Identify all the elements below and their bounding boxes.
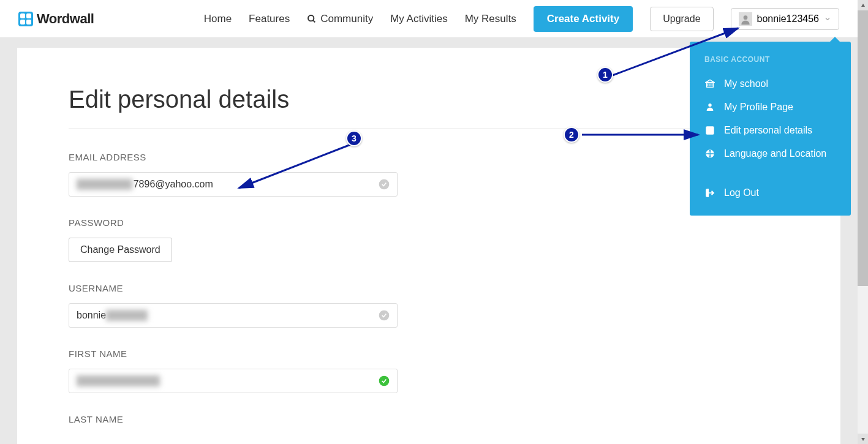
dropdown-language[interactable]: Language and Location	[690, 142, 851, 165]
create-activity-button[interactable]: Create Activity	[534, 6, 633, 32]
username-visible-part: bonnie	[77, 310, 106, 321]
lastname-label: LAST NAME	[69, 414, 789, 424]
username-hidden-part: ██████	[106, 310, 148, 321]
search-icon	[307, 14, 317, 24]
email-visible-part: 7896@yahoo.com	[134, 179, 213, 190]
username-group: USERNAME bonnie ██████	[69, 283, 789, 328]
password-label: PASSWORD	[69, 217, 789, 228]
edit-icon	[704, 125, 715, 136]
dropdown-logout[interactable]: Log Out	[690, 181, 851, 205]
logo-text: Wordwall	[37, 11, 94, 27]
password-group: PASSWORD Change Password	[69, 217, 789, 262]
dropdown-label: Log Out	[724, 187, 759, 198]
logo[interactable]: Wordwall	[18, 11, 94, 27]
email-group: EMAIL ADDRESS ████████ 7896@yahoo.com	[69, 152, 789, 197]
avatar-icon	[739, 12, 752, 26]
firstname-input-wrapper: ████████████	[69, 369, 398, 393]
logout-icon	[704, 187, 715, 198]
svg-point-0	[308, 15, 314, 21]
nav-results[interactable]: My Results	[465, 13, 516, 25]
email-label: EMAIL ADDRESS	[69, 152, 789, 162]
username-input-wrapper: bonnie ██████	[69, 303, 398, 328]
chevron-down-icon	[824, 15, 831, 23]
lastname-group: LAST NAME	[69, 414, 789, 424]
svg-point-7	[379, 310, 390, 321]
logo-icon	[18, 12, 33, 26]
main-nav: Home Features Community My Activities My…	[204, 6, 839, 32]
main-header: Wordwall Home Features Community My Acti…	[0, 0, 858, 38]
svg-point-3	[708, 103, 711, 107]
nav-features[interactable]: Features	[249, 13, 290, 25]
dropdown-divider	[690, 165, 851, 181]
firstname-group: FIRST NAME ████████████	[69, 348, 789, 393]
dropdown-section-label: BASIC ACCOUNT	[690, 55, 851, 72]
globe-icon	[704, 148, 715, 159]
dropdown-label: My Profile Page	[724, 102, 793, 113]
firstname-label: FIRST NAME	[69, 348, 789, 359]
check-circle-icon	[378, 178, 390, 190]
svg-point-6	[379, 179, 390, 190]
dropdown-label: Language and Location	[724, 148, 826, 159]
user-dropdown: BASIC ACCOUNT My school My Profile Page …	[690, 42, 851, 216]
person-icon	[704, 102, 715, 113]
dropdown-profile[interactable]: My Profile Page	[690, 96, 851, 119]
username-field[interactable]: bonnie ██████	[69, 303, 398, 328]
email-hidden-part: ████████	[77, 179, 132, 190]
dropdown-label: My school	[724, 78, 768, 89]
firstname-hidden: ████████████	[77, 375, 160, 386]
check-circle-icon	[378, 375, 390, 387]
svg-point-2	[743, 15, 747, 20]
dropdown-edit-details[interactable]: Edit personal details	[690, 119, 851, 142]
nav-home[interactable]: Home	[204, 13, 232, 25]
email-field[interactable]: ████████ 7896@yahoo.com	[69, 172, 398, 197]
dropdown-my-school[interactable]: My school	[690, 72, 851, 96]
upgrade-button[interactable]: Upgrade	[650, 7, 713, 31]
nav-community-label: Community	[320, 13, 373, 25]
dropdown-label: Edit personal details	[724, 125, 812, 136]
page-title: Edit personal details	[69, 86, 789, 113]
check-circle-icon	[378, 309, 390, 322]
divider	[69, 128, 789, 129]
firstname-field[interactable]: ████████████	[69, 369, 398, 393]
svg-point-8	[379, 376, 390, 386]
email-input-wrapper: ████████ 7896@yahoo.com	[69, 172, 398, 197]
school-icon	[704, 78, 715, 89]
change-password-button[interactable]: Change Password	[69, 238, 172, 262]
nav-activities[interactable]: My Activities	[390, 13, 448, 25]
svg-line-1	[313, 20, 315, 22]
username-display: bonnie123456	[757, 13, 819, 24]
nav-community[interactable]: Community	[307, 13, 373, 25]
username-label: USERNAME	[69, 283, 789, 293]
user-menu-toggle[interactable]: bonnie123456	[731, 8, 839, 30]
